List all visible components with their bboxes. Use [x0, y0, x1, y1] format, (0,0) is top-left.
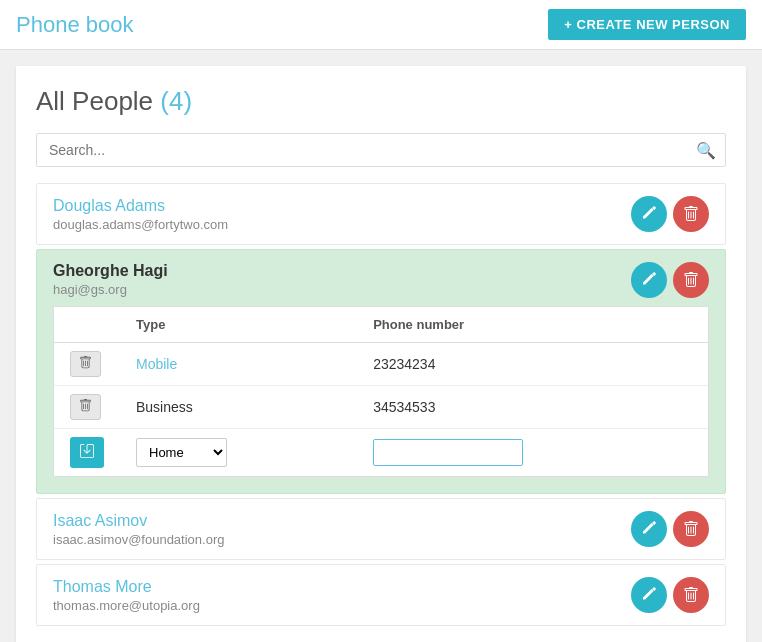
phone-type: Business — [120, 386, 357, 429]
delete-phone-button[interactable] — [70, 351, 101, 377]
person-email: douglas.adams@fortytwo.com — [53, 217, 631, 232]
person-actions — [631, 262, 709, 298]
create-person-button[interactable]: + CREATE NEW PERSON — [548, 9, 746, 40]
delete-icon — [683, 206, 699, 222]
trash-icon — [79, 356, 92, 369]
person-info: Isaac Asimov isaac.asimov@foundation.org — [53, 512, 631, 547]
person-row: Douglas Adams douglas.adams@fortytwo.com — [36, 183, 726, 245]
delete-icon — [683, 521, 699, 537]
phone-row: Business 34534533 — [54, 386, 708, 429]
active-person-header: Gheorghe Hagi hagi@gs.org — [53, 262, 709, 298]
phone-type: Mobile — [120, 343, 357, 386]
add-phone-type-cell: Home Mobile Business Other — [120, 429, 357, 477]
delete-icon — [683, 587, 699, 603]
person-info: Gheorghe Hagi hagi@gs.org — [53, 262, 631, 297]
page-title: All People (4) — [36, 86, 726, 117]
person-email: hagi@gs.org — [53, 282, 631, 297]
phone-number: 34534533 — [357, 386, 708, 429]
edit-icon — [641, 206, 657, 222]
edit-person-button[interactable] — [631, 262, 667, 298]
delete-person-button[interactable] — [673, 511, 709, 547]
person-name: Isaac Asimov — [53, 512, 631, 530]
person-name: Thomas More — [53, 578, 631, 596]
col-action-header — [54, 307, 120, 343]
edit-icon — [641, 587, 657, 603]
person-info: Thomas More thomas.more@utopia.org — [53, 578, 631, 613]
edit-icon — [641, 521, 657, 537]
add-phone-number-cell — [357, 429, 708, 477]
delete-person-button[interactable] — [673, 196, 709, 232]
col-type-header: Type — [120, 307, 357, 343]
page-title-text: All People — [36, 86, 153, 116]
phone-row-action — [54, 343, 120, 386]
delete-person-button[interactable] — [673, 262, 709, 298]
people-list: Douglas Adams douglas.adams@fortytwo.com — [36, 183, 726, 626]
person-name: Douglas Adams — [53, 197, 631, 215]
new-phone-type-select[interactable]: Home Mobile Business Other — [136, 438, 227, 467]
phone-type-link[interactable]: Mobile — [136, 356, 177, 372]
delete-person-button[interactable] — [673, 577, 709, 613]
edit-person-button[interactable] — [631, 196, 667, 232]
delete-phone-button[interactable] — [70, 394, 101, 420]
person-email: thomas.more@utopia.org — [53, 598, 631, 613]
app-header: Phone book + CREATE NEW PERSON — [0, 0, 762, 50]
save-icon — [80, 444, 94, 458]
phone-row: Mobile 23234234 — [54, 343, 708, 386]
edit-icon — [641, 272, 657, 288]
person-name: Gheorghe Hagi — [53, 262, 631, 280]
person-row: Isaac Asimov isaac.asimov@foundation.org — [36, 498, 726, 560]
trash-icon — [79, 399, 92, 412]
person-row: Thomas More thomas.more@utopia.org — [36, 564, 726, 626]
person-actions — [631, 577, 709, 613]
active-person-block: Gheorghe Hagi hagi@gs.org — [36, 249, 726, 494]
phone-row-action — [54, 386, 120, 429]
add-phone-row: Home Mobile Business Other — [54, 429, 708, 477]
add-phone-save-cell — [54, 429, 120, 477]
search-container: 🔍 — [36, 133, 726, 167]
search-input[interactable] — [36, 133, 726, 167]
new-phone-number-input[interactable] — [373, 439, 523, 466]
phone-table-container: Type Phone number — [53, 306, 709, 477]
phone-table: Type Phone number — [54, 307, 708, 476]
app-title: Phone book — [16, 12, 133, 38]
search-icon: 🔍 — [696, 141, 716, 160]
save-phone-button[interactable] — [70, 437, 104, 468]
person-actions — [631, 511, 709, 547]
col-number-header: Phone number — [357, 307, 708, 343]
person-actions — [631, 196, 709, 232]
delete-icon — [683, 272, 699, 288]
edit-person-button[interactable] — [631, 511, 667, 547]
person-email: isaac.asimov@foundation.org — [53, 532, 631, 547]
people-count: (4) — [160, 86, 192, 116]
edit-person-button[interactable] — [631, 577, 667, 613]
main-content: All People (4) 🔍 Douglas Adams douglas.a… — [16, 66, 746, 642]
phone-number: 23234234 — [357, 343, 708, 386]
person-info: Douglas Adams douglas.adams@fortytwo.com — [53, 197, 631, 232]
